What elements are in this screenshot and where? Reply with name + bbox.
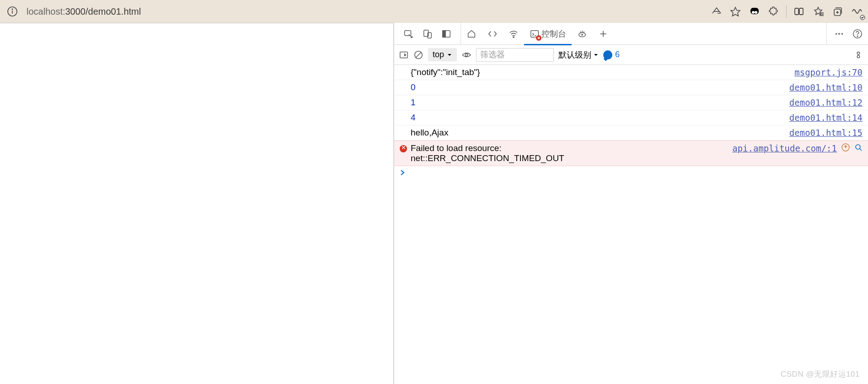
extensions-puzzle-icon[interactable] <box>766 4 782 19</box>
toggle-sidebar-icon[interactable] <box>399 50 409 60</box>
console-row[interactable]: hello,Ajaxdemo01.html:15 <box>394 125 868 141</box>
svg-point-35 <box>838 33 840 35</box>
error-actions <box>841 143 863 151</box>
url-display[interactable]: localhost:3000/demo01.html <box>27 6 141 17</box>
help-icon[interactable] <box>852 29 863 39</box>
tab-welcome[interactable] <box>461 23 482 45</box>
favorites-list-icon[interactable] <box>810 4 826 19</box>
svg-point-23 <box>513 37 514 38</box>
search-icon[interactable] <box>854 143 863 151</box>
tab-network[interactable] <box>503 23 524 45</box>
read-aloud-icon[interactable] <box>708 4 724 19</box>
console-row[interactable]: 1demo01.html:12 <box>394 95 868 110</box>
devtools-tab-bar: 控制台 <box>394 23 868 45</box>
context-selector-label: top <box>433 50 444 59</box>
chat-bubble-icon <box>603 50 612 59</box>
site-info-icon[interactable] <box>5 4 20 19</box>
svg-point-2 <box>12 9 13 10</box>
chevron-down-icon <box>593 52 599 58</box>
svg-rect-7 <box>795 8 798 15</box>
console-source-link[interactable]: msgport.js:70 <box>794 67 863 77</box>
svg-point-42 <box>465 54 468 56</box>
filter-input[interactable] <box>476 48 554 62</box>
dock-side-icon[interactable] <box>441 29 451 39</box>
address-bar: localhost:3000/demo01.html <box>0 0 868 23</box>
svg-point-44 <box>857 55 860 58</box>
console-row[interactable]: ✕Failed to load resource: net::ERR_CONNE… <box>394 141 868 166</box>
console-toolbar: top 默认级别 6 <box>394 45 868 65</box>
context-selector[interactable]: top <box>428 48 457 61</box>
svg-point-36 <box>841 33 843 35</box>
svg-rect-18 <box>405 30 411 35</box>
split-screen-icon[interactable] <box>791 4 807 19</box>
svg-marker-9 <box>814 7 822 15</box>
console-message: {"notify":"init_tab"} <box>411 67 794 77</box>
tab-add[interactable] <box>593 23 614 45</box>
console-message: 1 <box>411 97 789 108</box>
console-message: 4 <box>411 113 789 123</box>
svg-rect-22 <box>443 30 445 37</box>
ext-blob-icon[interactable] <box>747 4 762 19</box>
svg-point-43 <box>857 52 860 54</box>
svg-line-41 <box>416 52 421 57</box>
devtools-panel: 控制台 <box>393 23 868 384</box>
settings-gear-icon[interactable] <box>853 50 863 60</box>
svg-point-34 <box>836 33 837 35</box>
tab-elements[interactable] <box>482 23 503 45</box>
error-badge-icon: ✕ <box>401 144 406 151</box>
divider <box>786 5 787 18</box>
svg-rect-8 <box>799 8 803 15</box>
favorite-star-icon[interactable] <box>728 4 743 19</box>
watermark: CSDN @无限好运101 <box>781 369 860 379</box>
console-message: Failed to load resource: net::ERR_CONNEC… <box>411 143 732 163</box>
device-toggle-icon[interactable] <box>423 29 433 39</box>
console-prompt[interactable] <box>394 166 868 179</box>
console-row[interactable]: {"notify":"init_tab"}msgport.js:70 <box>394 65 868 80</box>
more-icon[interactable] <box>834 29 844 39</box>
svg-point-28 <box>582 34 583 35</box>
console-source-link[interactable]: demo01.html:15 <box>789 128 863 138</box>
tab-console[interactable]: 控制台 <box>524 23 572 45</box>
hidden-messages-number: 6 <box>615 50 620 59</box>
hidden-messages-count[interactable]: 6 <box>603 50 620 59</box>
console-source-link[interactable]: demo01.html:10 <box>789 82 863 92</box>
url-host: localhost: <box>27 6 65 16</box>
chevron-right-icon <box>399 169 406 176</box>
log-level-label: 默认级别 <box>558 49 591 60</box>
console-source-link[interactable]: api.amplitude.com/:1 <box>732 143 837 153</box>
console-row[interactable]: 0demo01.html:10 <box>394 80 868 95</box>
inspect-element-icon[interactable] <box>403 29 413 39</box>
console-source-link[interactable]: demo01.html:12 <box>789 97 863 108</box>
console-message: hello,Ajax <box>411 128 789 138</box>
svg-line-47 <box>860 149 862 151</box>
log-level-selector[interactable]: 默认级别 <box>558 49 599 60</box>
tab-sources[interactable] <box>572 23 593 45</box>
console-row[interactable]: 4demo01.html:14 <box>394 110 868 125</box>
tab-console-label: 控制台 <box>541 28 566 39</box>
svg-point-46 <box>856 145 860 149</box>
console-source-link[interactable]: demo01.html:14 <box>789 113 863 123</box>
url-path: 3000/demo01.html <box>65 6 141 16</box>
svg-point-38 <box>857 36 858 37</box>
svg-point-6 <box>755 11 757 14</box>
svg-rect-4 <box>750 8 759 14</box>
chevron-down-icon <box>447 52 452 58</box>
performance-icon[interactable] <box>849 4 864 19</box>
goto-icon[interactable] <box>841 143 850 151</box>
page-viewport[interactable] <box>0 23 393 384</box>
console-log-list: {"notify":"init_tab"}msgport.js:700demo0… <box>394 65 868 166</box>
collections-icon[interactable] <box>830 4 845 19</box>
svg-point-5 <box>752 11 755 14</box>
live-expression-icon[interactable] <box>461 50 472 60</box>
clear-console-icon[interactable] <box>413 50 423 60</box>
svg-marker-3 <box>731 7 740 16</box>
console-message: 0 <box>411 82 789 92</box>
